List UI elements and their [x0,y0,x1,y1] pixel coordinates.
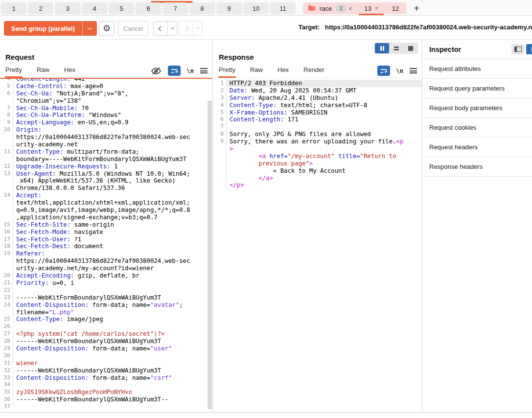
back-button[interactable] [154,22,167,35]
layout-columns-button[interactable] [375,43,389,53]
code-line: 35zyJOS19SKkwQZLosbRgezPooHPoNYHvo [0,389,212,396]
show-newlines-icon[interactable]: \n [396,68,403,74]
line-number: 8 [213,131,226,138]
send-group-button[interactable]: Send group (parallel) [4,21,97,36]
request-panel-title: Request [5,53,34,61]
tab-10[interactable]: 10 [243,2,269,14]
tab-8[interactable]: 8 [189,2,215,14]
code-line: 14Accept: [0,192,212,199]
send-options-dropdown[interactable] [82,21,97,36]
code-line: 6Sec-Ch-Ua: "Not)A;Brand";v="8", [0,90,212,97]
code-text: Content-Disposition: form-data; name="us… [13,345,212,352]
show-newlines-icon[interactable]: \n [187,68,194,74]
tab-11[interactable]: 11 [270,2,296,14]
line-number: 7 [0,105,13,112]
code-line: text/html,application/xhtml+xml,applicat… [0,199,212,207]
request-tab-pretty[interactable]: Pretty [5,66,22,78]
line-number [0,97,13,105]
code-line: 1HTTP/2 403 Forbidden [213,80,422,87]
settings-button[interactable]: ⚙ [99,21,115,36]
layout-rows-button[interactable] [389,43,403,53]
inspector-section-request-body-parameters[interactable]: Request body parameters [423,98,532,118]
hide-unhide-icon[interactable] [151,67,162,75]
code-line: <a href="/my-account" title="Return to [213,153,422,160]
close-tab-icon[interactable]: × [375,5,378,12]
code-text: urity-academy.net/my-account?id=wiener [13,265,212,272]
word-wrap-toggle[interactable] [168,66,181,76]
code-line: q=0.9,image/avif,image/webp,image/apng,*… [0,207,212,214]
code-text: Content-Type: image/jpeg [13,316,212,323]
inspector-section-request-attributes[interactable]: Request attributes [423,59,532,79]
layout-single-button[interactable] [403,43,417,53]
request-tab-raw[interactable]: Raw [37,66,49,78]
response-editor[interactable]: 1HTTP/2 403 Forbidden2Date: Wed, 20 Aug … [213,78,422,412]
new-tab-button[interactable]: + [414,2,419,14]
code-line: 36------WebKitFormBoundarylQSXmWAiBUgYum… [0,396,212,403]
group-tab-12[interactable]: 12 [385,2,406,14]
code-text: Sec-Ch-Ua: "Not)A;Brand";v="8", [13,90,212,97]
code-line: 12Upgrade-Insecure-Requests: 1 [0,163,212,170]
tab-9[interactable]: 9 [216,2,242,14]
inspector-collapse-button[interactable] [526,44,532,54]
inspector-panel: Inspector Request attributesRequest quer… [423,40,532,412]
word-wrap-toggle[interactable] [377,66,390,76]
inspector-title: Inspector [429,46,461,53]
code-text [226,123,422,131]
response-tab-pretty[interactable]: Pretty [219,66,235,78]
main-content: Request PrettyRawHex \n 4Content-Length:… [0,39,532,413]
tab-group-header[interactable]: race 2 [308,4,357,13]
tab-1[interactable]: 1 [1,2,26,14]
history-forward-group [179,21,203,36]
line-number: 16 [0,229,13,236]
inspector-section-request-headers[interactable]: Request headers [423,138,532,157]
editor-menu-icon[interactable] [410,68,417,73]
line-number [213,160,226,167]
code-line: </p> [213,182,422,189]
request-scrollbar[interactable] [208,101,212,409]
group-tabs: 13×12 [357,2,406,14]
forward-dropdown[interactable] [193,22,202,35]
inspector-dock-button[interactable] [511,44,524,54]
code-text: HTTP/2 403 Forbidden [226,80,422,87]
inspector-header: Inspector [423,40,532,59]
collapse-group-icon[interactable] [349,6,353,10]
tab-5[interactable]: 5 [109,2,134,14]
code-text: Upgrade-Insecure-Requests: 1 [13,163,212,170]
request-panel: Request PrettyRawHex \n 4Content-Length:… [0,40,213,412]
tab-7[interactable]: 7 [162,2,188,14]
code-line: 22 [0,287,212,294]
tab-2[interactable]: 2 [28,2,53,14]
request-tab-hex[interactable]: Hex [64,66,75,78]
code-text: Sorry, there was an error uploading your… [226,138,422,145]
tab-4[interactable]: 4 [82,2,107,14]
forward-button[interactable] [179,22,193,35]
code-text: Sec-Fetch-Dest: document [13,243,212,250]
code-text: Content-Type: text/html; charset=UTF-8 [226,102,422,109]
line-number: 29 [0,345,13,352]
inspector-section-label: Request attributes [429,65,481,72]
line-number: 35 [0,389,13,396]
tab-3[interactable]: 3 [55,2,80,14]
inspector-section-request-query-parameters[interactable]: Request query parameters [423,79,532,98]
target-url-value: https://0a1000440313786d822fe7af00380024… [325,23,532,31]
response-tab-raw[interactable]: Raw [250,66,263,78]
line-number: 5 [213,109,226,116]
tab-6[interactable]: 6 [136,2,161,14]
editor-menu-icon[interactable] [200,68,208,73]
inspector-section-request-cookies[interactable]: Request cookies [423,118,532,138]
code-text: <a href="/my-account" title="Return to [226,153,422,160]
code-text: ------WebKitFormBoundarylQSXmWAiBUgYum3T [13,367,212,374]
back-dropdown[interactable] [167,22,177,35]
inspector-section-response-headers[interactable]: Response headers [423,157,532,177]
line-number: 26 [0,323,13,330]
response-tab-render[interactable]: Render [303,66,324,78]
group-tab-13[interactable]: 13× [357,2,385,14]
response-tab-hex[interactable]: Hex [278,66,289,78]
code-text: text/html,application/xhtml+xml,applicat… [13,199,212,207]
request-editor[interactable]: 4Content-Length: 4425Cache-Control: max-… [0,78,212,412]
code-line: « Back to My Account [213,167,422,175]
code-line: 7 [213,123,422,131]
cancel-button[interactable]: Cancel [118,21,148,36]
send-group-label[interactable]: Send group (parallel) [4,25,82,32]
line-number: 27 [0,330,13,338]
